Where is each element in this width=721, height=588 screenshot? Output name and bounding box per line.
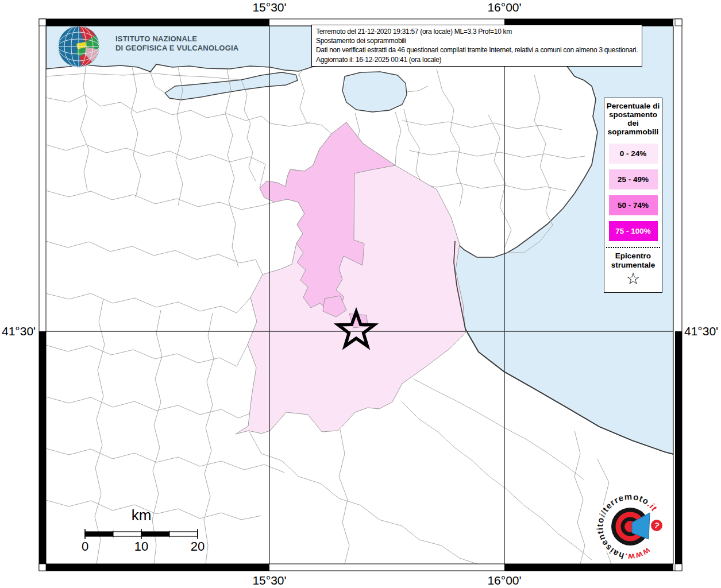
earthquake-map-page: ? www.haisentitoilterremoto.it (0, 0, 721, 588)
varano-lake (342, 72, 407, 112)
scale-unit-label: km (132, 506, 152, 524)
ingv-name-line1: ISTITUTO NAZIONALE (115, 34, 238, 44)
data-disclaimer: Dati non verificati estratti da 46 quest… (316, 45, 638, 55)
star-icon: ☆ (604, 270, 662, 288)
scale-tick-10: 10 (134, 539, 148, 554)
legend-class-0-24: 0 - 24% (609, 144, 658, 164)
legend-title: Percentuale di spostamento dei soprammob… (604, 100, 662, 138)
lon-label-bottom-2: 16°00' (487, 574, 521, 587)
legend-class-75-100: 75 - 100% (609, 221, 658, 241)
ingv-name-line2: DI GEOFISICA E VULCANOLOGIA (115, 44, 238, 53)
map-image: ? www.haisentitoilterremoto.it (0, 0, 721, 588)
legend-class-25-49: 25 - 49% (609, 169, 658, 189)
scale-tick-20: 20 (191, 539, 205, 554)
ingv-logo: ISTITUTO NAZIONALE DI GEOFISICA E VULCAN… (115, 34, 238, 53)
legend-divider (606, 247, 660, 248)
legend: Percentuale di spostamento dei soprammob… (604, 98, 662, 293)
legend-epicenter-label: Epicentro strumentale (604, 250, 662, 270)
legend-class-50-74: 50 - 74% (609, 195, 658, 215)
event-info-box: Terremoto del 21-12-2020 19:31:57 (ora l… (311, 25, 642, 67)
lat-label-right: 41°30' (684, 324, 718, 338)
map-subject: Spostamento dei soprammobili (316, 36, 638, 45)
lon-label-top-1: 15°30' (252, 1, 286, 14)
lon-label-top-2: 16°00' (487, 1, 521, 14)
update-timestamp: Aggiornato il: 16-12-2025 00:41 (ora loc… (316, 55, 638, 64)
lat-label-left: 41°30' (2, 324, 36, 338)
ingv-globe-icon (58, 26, 99, 67)
scale-tick-0: 0 (82, 539, 88, 554)
lon-label-bottom-1: 15°30' (252, 574, 286, 587)
event-summary: Terremoto del 21-12-2020 19:31:57 (ora l… (316, 27, 638, 36)
